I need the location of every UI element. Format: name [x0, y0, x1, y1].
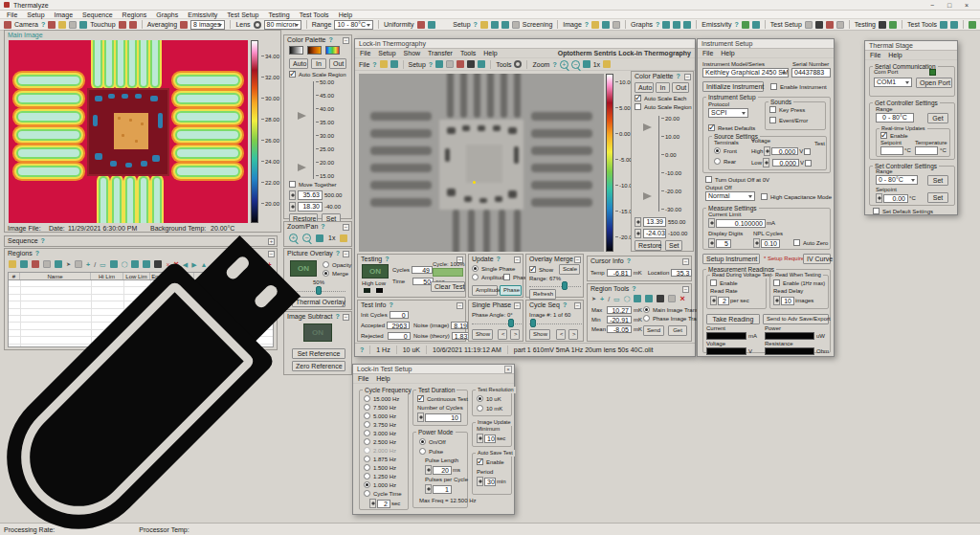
set-setpoint-button[interactable]: Set [927, 192, 948, 203]
phase-checkbox[interactable] [503, 274, 510, 280]
minus-icon[interactable] [55, 260, 62, 268]
move-together-checkbox[interactable] [289, 181, 296, 188]
help-icon[interactable]: ? [335, 313, 339, 320]
high-field[interactable]: 0.000 [771, 147, 798, 155]
menu-help[interactable]: Help [888, 52, 902, 58]
lower-value-field[interactable]: -24.03 [643, 229, 666, 238]
low-spinner[interactable] [763, 158, 769, 167]
prev-button[interactable]: < [498, 329, 507, 340]
line-graph-icon[interactable] [662, 21, 670, 29]
help-icon[interactable]: ? [552, 61, 556, 68]
zoom-level[interactable]: 1x [328, 234, 335, 241]
freehand-tool-icon[interactable] [645, 295, 653, 302]
tools1-icon[interactable] [940, 21, 947, 29]
uniformity2-icon[interactable] [428, 21, 435, 29]
instrument-titlebar[interactable]: Instrument Setup [698, 39, 834, 49]
high-spinner[interactable] [764, 146, 770, 156]
num-cycles-field[interactable]: 10 [425, 413, 461, 422]
collapse-icon[interactable] [682, 286, 689, 293]
upper-spinner[interactable] [289, 190, 296, 200]
zoom-fit-icon[interactable] [583, 60, 590, 68]
edit-tool-icon[interactable] [668, 295, 676, 302]
expand-icon[interactable] [268, 238, 275, 245]
copy-icon[interactable] [512, 21, 520, 29]
high-capacitance-checkbox[interactable] [761, 193, 768, 200]
cycle-time-field[interactable]: 2 [377, 500, 390, 508]
read-rate-spinner[interactable] [710, 296, 717, 305]
pulse-length-field[interactable]: 20 [433, 466, 452, 475]
export-icon[interactable] [501, 21, 509, 29]
lockin-menu-help[interactable]: Help [483, 50, 497, 56]
menu-sequence[interactable]: Sequence [82, 11, 113, 18]
current-limit-field[interactable]: 0.100000 [716, 219, 766, 228]
open-port-button[interactable]: Open Port [916, 78, 952, 88]
add-point-icon[interactable] [86, 260, 90, 269]
freq-radio[interactable] [364, 473, 370, 479]
collapse-icon[interactable] [514, 256, 521, 263]
menu-testing[interactable]: Testing [268, 11, 289, 18]
period-field[interactable]: 30 [484, 478, 496, 486]
image-save-icon[interactable] [602, 21, 610, 29]
image-help-icon[interactable]: ? [585, 21, 589, 28]
battery-icon[interactable] [879, 21, 886, 29]
pulse-length-spinner[interactable] [425, 465, 432, 475]
set-range-button[interactable]: Set [927, 175, 948, 186]
help-icon[interactable]: ? [429, 61, 433, 68]
menu-emissivity[interactable]: Emissivity [188, 11, 217, 18]
com-port-select[interactable]: COM1 [874, 78, 912, 87]
range-select[interactable]: 0 - 80°C [876, 175, 918, 185]
setpoint-spinner[interactable] [876, 193, 882, 203]
help-icon[interactable]: ? [632, 285, 635, 292]
emissivity2-icon[interactable] [752, 21, 760, 29]
camera-help-icon[interactable]: ? [41, 21, 45, 28]
help-icon[interactable]: ? [321, 223, 324, 230]
menu-regions[interactable]: Regions [122, 11, 147, 18]
upper-limit-marker[interactable] [298, 112, 306, 120]
zoom-level[interactable]: 1x [593, 61, 600, 68]
wrench-icon[interactable] [467, 60, 475, 68]
help-icon[interactable]: ? [627, 257, 631, 264]
next-button[interactable]: > [510, 329, 520, 340]
lower-value-field[interactable]: 18.30 [298, 202, 323, 212]
read-delay-spinner[interactable] [773, 296, 780, 305]
lockin-phase-image[interactable] [359, 74, 604, 252]
lockin-menu-show[interactable]: Show [404, 50, 421, 56]
out-button[interactable]: Out [672, 82, 689, 93]
prev-button[interactable]: < [556, 329, 566, 340]
npl-field[interactable]: 0.10 [761, 239, 780, 248]
zoom-fit-icon[interactable] [316, 234, 323, 242]
grid-icon[interactable] [43, 260, 51, 268]
menu-test-setup[interactable]: Test Setup [227, 11, 258, 18]
menu-help[interactable]: Help [339, 11, 352, 18]
polygon-tool-icon[interactable] [634, 295, 641, 302]
res-10uk-radio[interactable] [477, 395, 483, 402]
collapse-icon[interactable] [343, 224, 349, 231]
show-checkbox[interactable] [529, 266, 536, 273]
collapse-icon[interactable] [574, 256, 581, 263]
gear-icon[interactable] [254, 21, 261, 29]
out-button[interactable]: Out [329, 58, 346, 69]
slider-thumb[interactable] [562, 281, 568, 290]
turn-output-off-checkbox[interactable] [705, 176, 712, 183]
ts-dark-icon[interactable] [815, 21, 823, 29]
help-icon[interactable]: ? [385, 256, 389, 262]
freq-radio[interactable] [364, 464, 370, 471]
slider-thumb[interactable] [508, 319, 514, 327]
dashed-rect-tool-icon[interactable] [110, 260, 118, 268]
graphs-help-icon[interactable]: ? [656, 21, 659, 28]
help-icon[interactable]: ? [41, 237, 45, 244]
upper-value-field[interactable]: 35.63 [298, 190, 323, 200]
run-icon[interactable] [889, 21, 897, 29]
image-icon[interactable] [32, 260, 39, 268]
lockin-titlebar[interactable]: Lock-in Thermography [355, 39, 695, 49]
scale-button[interactable]: Scale [559, 264, 580, 275]
onoff-radio[interactable] [419, 438, 426, 445]
display-digits-field[interactable]: 5 [716, 239, 731, 248]
close-icon[interactable] [963, 2, 970, 9]
test-on-button[interactable]: ON [362, 264, 389, 279]
lower-spinner[interactable] [289, 202, 296, 212]
auto-save-enable-checkbox[interactable] [477, 458, 483, 465]
marker-tool-icon[interactable] [657, 295, 664, 302]
palette-grayscale[interactable] [289, 46, 303, 55]
open-icon[interactable] [9, 260, 16, 268]
